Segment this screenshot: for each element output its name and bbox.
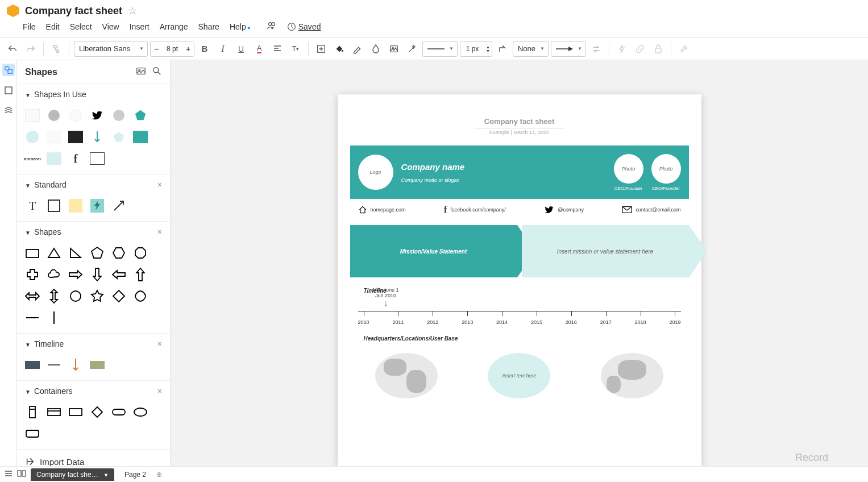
menu-arrange[interactable]: Arrange <box>160 22 188 31</box>
line-route-button[interactable] <box>495 41 510 57</box>
shape-pentagon-teal[interactable] <box>132 107 149 124</box>
shape-container-rect2[interactable] <box>67 404 84 421</box>
shape-white-box[interactable] <box>24 107 41 124</box>
section-shapes[interactable]: ▼Shapes × <box>17 222 170 242</box>
shape-globe-gray-icon[interactable] <box>110 107 127 124</box>
arrow-start-select[interactable]: None <box>513 41 549 57</box>
milestone-marker[interactable]: Milestone 1 Jun 2010 ↓ <box>373 287 399 309</box>
underline-button[interactable]: U <box>233 41 249 57</box>
shape-container-diamond[interactable] <box>89 404 106 421</box>
section-shapes-in-use[interactable]: ▼Shapes In Use <box>17 84 170 105</box>
font-size-increase[interactable]: + <box>182 41 194 56</box>
link-button[interactable] <box>632 41 648 57</box>
undo-button[interactable] <box>5 41 20 57</box>
shape-arrow-diag[interactable] <box>110 197 127 214</box>
tab-page-1[interactable]: Company fact she… ▼ <box>31 468 114 481</box>
shape-action[interactable] <box>89 197 106 214</box>
shape-container-pill[interactable] <box>110 404 127 421</box>
arrow-end-select[interactable] <box>551 41 586 57</box>
canvas-page[interactable]: Company fact sheet Example | March 14, 2… <box>338 94 701 466</box>
shape-outline-square[interactable] <box>89 150 106 167</box>
font-size-stepper[interactable]: − 8 pt + <box>150 41 194 57</box>
shape-square-light-teal[interactable] <box>45 150 63 167</box>
italic-button[interactable]: I <box>215 41 231 57</box>
wrench-button[interactable] <box>676 41 692 57</box>
bottom-menu-icon[interactable] <box>5 469 13 479</box>
contact-homepage[interactable]: homepage.com <box>358 205 406 215</box>
shape-insert-button[interactable] <box>313 41 329 57</box>
shape-amazon-logo[interactable]: amazon <box>24 150 41 167</box>
shape-globe-icon[interactable] <box>45 107 63 124</box>
shape-arrow-right[interactable] <box>67 266 84 283</box>
shape-arrow-updown[interactable] <box>45 288 63 305</box>
shape-square-teal[interactable] <box>132 128 149 146</box>
shape-triangle[interactable] <box>45 244 63 261</box>
section-shapes-close[interactable]: × <box>157 227 162 236</box>
photo-circle-1[interactable]: Photo <box>614 154 643 184</box>
collaborators-icon[interactable] <box>267 20 277 32</box>
shape-arrow-left[interactable] <box>110 266 127 283</box>
border-color-button[interactable] <box>350 41 366 57</box>
magic-wand-button[interactable] <box>404 41 420 57</box>
shape-container-rounded[interactable] <box>24 425 41 442</box>
shape-arrow-down[interactable] <box>89 266 106 283</box>
menu-edit[interactable]: Edit <box>46 22 60 31</box>
shape-timeline-bar[interactable] <box>89 356 106 373</box>
globe-2[interactable]: Insert text here <box>488 353 550 398</box>
shape-arrow-down-teal[interactable] <box>89 128 106 146</box>
section-standard[interactable]: ▼Standard × <box>17 174 170 195</box>
section-standard-close[interactable]: × <box>157 180 162 189</box>
shape-container-swimlane[interactable] <box>24 404 41 421</box>
section-timeline-close[interactable]: × <box>157 339 162 348</box>
shape-line-v[interactable] <box>45 309 63 326</box>
menu-view[interactable]: View <box>102 22 119 31</box>
add-page-button[interactable]: ⊕ <box>156 471 162 479</box>
shape-pentagon-light[interactable] <box>110 128 127 146</box>
lock-button[interactable] <box>650 41 666 57</box>
shape-white-box-2[interactable] <box>45 128 63 146</box>
logo-circle[interactable]: Logo <box>358 155 393 190</box>
sidebar-image-icon[interactable] <box>136 66 146 78</box>
photo-label-2[interactable]: CEO/Founder <box>652 186 680 191</box>
align-button[interactable] <box>269 41 285 57</box>
menu-select[interactable]: Select <box>70 22 92 31</box>
header-band[interactable]: Logo Company name Company motto or sloga… <box>350 146 689 199</box>
saved-status[interactable]: Saved <box>287 22 321 31</box>
contact-facebook[interactable]: ffacebook.com/company/ <box>444 205 506 215</box>
shape-container-rect[interactable] <box>45 404 63 421</box>
font-size-decrease[interactable]: − <box>151 41 162 56</box>
menu-insert[interactable]: Insert <box>130 22 149 31</box>
shape-diamond[interactable] <box>110 288 127 305</box>
shape-circle[interactable] <box>67 288 84 305</box>
shape-facebook-icon[interactable]: f <box>67 150 84 167</box>
shape-twitter-icon[interactable] <box>89 107 106 124</box>
rail-document-button[interactable] <box>2 84 15 97</box>
menu-file[interactable]: File <box>23 22 36 31</box>
hq-title[interactable]: Headquarters/Locations/User Base <box>364 335 689 342</box>
bold-button[interactable]: B <box>197 41 213 57</box>
shape-hexagon[interactable] <box>110 244 127 261</box>
company-motto-text[interactable]: Company motto or slogan <box>401 177 606 183</box>
shape-text[interactable]: T <box>24 197 41 214</box>
font-color-button[interactable]: A <box>251 41 267 57</box>
shape-circle-light-teal[interactable] <box>24 128 41 146</box>
shape-octagon[interactable] <box>132 244 149 261</box>
section-containers-close[interactable]: × <box>157 387 162 396</box>
line-width-stepper[interactable]: 1 px ▲▼ <box>460 41 492 57</box>
page-header-subtitle[interactable]: Example | March 14, 2022 <box>350 130 689 135</box>
section-timeline[interactable]: ▼Timeline × <box>17 334 170 354</box>
shape-white-circle[interactable] <box>67 107 84 124</box>
shape-timeline-arrow[interactable] <box>67 356 84 373</box>
shape-arrow-up[interactable] <box>132 266 149 283</box>
shape-right-triangle[interactable] <box>67 244 84 261</box>
shape-pentagon[interactable] <box>89 244 106 261</box>
timeline-widget[interactable]: Milestone 1 Jun 2010 ↓ 20102011201220132… <box>358 311 681 325</box>
line-style-select[interactable] <box>422 41 458 57</box>
mission-placeholder-arrow[interactable]: Insert mission or value statement here <box>522 225 689 277</box>
company-name-text[interactable]: Company name <box>401 162 606 172</box>
menu-help[interactable]: Help● <box>230 22 251 31</box>
shape-timeline-line[interactable] <box>45 356 63 373</box>
image-button[interactable] <box>386 41 402 57</box>
menu-share[interactable]: Share <box>198 22 219 31</box>
photo-circle-2[interactable]: Photo <box>651 154 681 184</box>
